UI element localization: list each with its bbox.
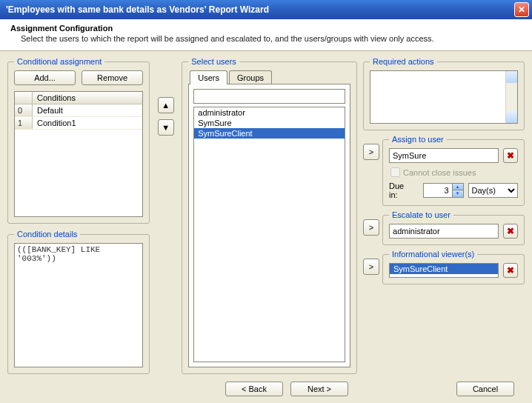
window-title: 'Employees with same bank details as Ven… xyxy=(6,4,269,15)
required-actions-legend: Required actions xyxy=(370,57,437,66)
conditions-grid[interactable]: Conditions 0 Default 1 Condition1 xyxy=(14,91,143,217)
conditional-legend: Conditional assignment xyxy=(14,57,104,66)
escalate-user-field[interactable] xyxy=(389,224,499,239)
wizard-header: Assignment Configuration Select the user… xyxy=(0,19,532,51)
escalate-arrow-button[interactable]: > xyxy=(363,219,379,236)
table-row[interactable]: 1 Condition1 xyxy=(15,117,142,130)
x-icon: ✖ xyxy=(507,265,514,276)
escalate-to-user-group: Escalate to user ✖ xyxy=(382,210,525,245)
due-unit-select[interactable]: Day(s) xyxy=(468,183,518,198)
viewers-legend: Informational viewer(s) xyxy=(389,250,477,259)
wizard-body: Conditional assignment Add... Remove Con… xyxy=(0,51,532,402)
viewers-list[interactable]: SymSureClient xyxy=(389,263,499,278)
spinner-down-icon[interactable]: ▼ xyxy=(453,190,463,197)
grid-header: Conditions xyxy=(15,92,142,104)
user-list[interactable]: administrator SymSure SymSureClient xyxy=(193,107,345,362)
arrow-up-icon: ▲ xyxy=(162,101,170,110)
list-item[interactable]: SymSureClient xyxy=(390,264,498,274)
wizard-footer: < Back Next > Cancel xyxy=(7,374,525,396)
title-bar: 'Employees with same bank details as Ven… xyxy=(0,0,532,19)
user-search-input[interactable] xyxy=(193,89,345,104)
close-button[interactable]: ✕ xyxy=(514,2,529,17)
due-in-value[interactable] xyxy=(423,183,453,198)
x-icon: ✖ xyxy=(507,150,514,161)
assign-user-field[interactable] xyxy=(389,148,499,163)
list-item[interactable]: SymSureClient xyxy=(194,128,345,139)
clear-assign-button[interactable]: ✖ xyxy=(503,148,518,163)
scrollbar[interactable] xyxy=(505,71,517,123)
x-icon: ✖ xyxy=(507,226,514,236)
cancel-button[interactable]: Cancel xyxy=(456,382,514,396)
page-description: Select the users to which the report wil… xyxy=(21,34,522,43)
select-users-group: Select users Users Groups administrator … xyxy=(182,57,357,374)
select-users-legend: Select users xyxy=(188,57,239,66)
list-item[interactable]: administrator xyxy=(194,107,345,118)
conditional-assignment-group: Conditional assignment Add... Remove Con… xyxy=(7,57,150,224)
page-title: Assignment Configuration xyxy=(10,24,522,33)
remove-condition-button[interactable]: Remove xyxy=(82,70,143,85)
viewer-arrow-button[interactable]: > xyxy=(363,259,379,275)
next-button[interactable]: Next > xyxy=(290,382,348,396)
tab-groups[interactable]: Groups xyxy=(229,70,272,84)
clear-viewer-button[interactable]: ✖ xyxy=(503,263,518,278)
assign-legend: Assign to user xyxy=(389,135,447,144)
arrow-down-icon: ▼ xyxy=(162,123,170,132)
condition-details-group: Condition details (([BANK_KEY] LIKE '003… xyxy=(7,230,150,374)
add-condition-button[interactable]: Add... xyxy=(14,70,76,85)
close-icon: ✕ xyxy=(518,4,525,15)
back-button[interactable]: < Back xyxy=(225,382,283,396)
due-in-label: Due in: xyxy=(389,181,414,199)
tab-users[interactable]: Users xyxy=(190,70,227,84)
table-row[interactable]: 0 Default xyxy=(15,104,142,117)
move-down-button[interactable]: ▼ xyxy=(158,119,174,136)
due-in-spinner[interactable]: ▲ ▼ xyxy=(423,183,464,198)
conditions-column-header: Conditions xyxy=(33,92,142,104)
cannot-close-checkbox xyxy=(390,167,400,177)
move-up-button[interactable]: ▲ xyxy=(158,97,174,113)
required-actions-group: Required actions xyxy=(363,57,525,130)
clear-escalate-button[interactable]: ✖ xyxy=(503,224,518,239)
required-actions-textarea[interactable] xyxy=(370,70,518,124)
list-item[interactable]: SymSure xyxy=(194,118,345,128)
cannot-close-label: Cannot close issues xyxy=(403,168,476,177)
assign-user-arrow-button[interactable]: > xyxy=(363,144,379,160)
users-tab-body: administrator SymSure SymSureClient xyxy=(188,84,350,367)
assign-to-user-group: Assign to user ✖ Cannot close issues Due… xyxy=(382,135,525,206)
escalate-legend: Escalate to user xyxy=(389,210,453,219)
condition-expression: (([BANK_KEY] LIKE '003%')) xyxy=(14,243,143,367)
condition-details-legend: Condition details xyxy=(14,230,80,239)
spinner-up-icon[interactable]: ▲ xyxy=(453,184,463,190)
informational-viewers-group: Informational viewer(s) SymSureClient ✖ xyxy=(382,250,525,284)
